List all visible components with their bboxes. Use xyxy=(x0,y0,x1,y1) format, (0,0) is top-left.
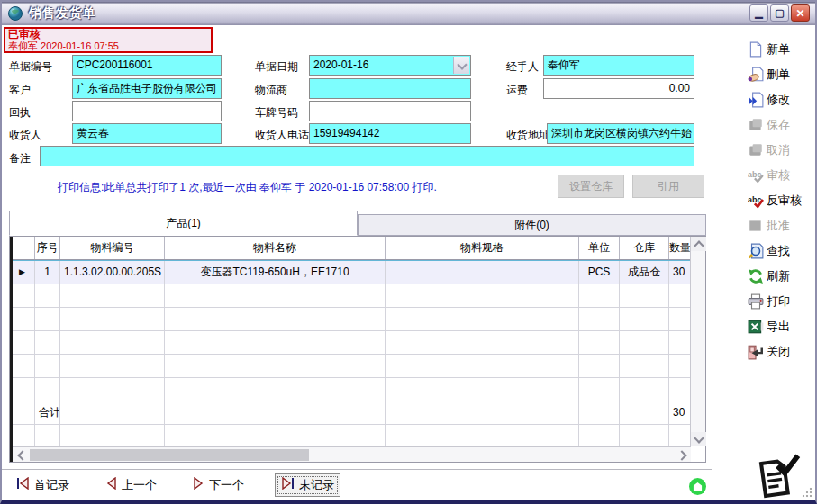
cell-warehouse[interactable]: 成品仓 xyxy=(620,261,669,284)
previous-record-button[interactable]: 上一个 xyxy=(100,473,162,497)
col-qty[interactable]: 数量 xyxy=(669,237,691,259)
approved-stamp-icon xyxy=(750,454,801,504)
export-button[interactable]: 导出 xyxy=(748,315,816,338)
plate-field[interactable] xyxy=(309,101,471,122)
audit-status: 已审核 xyxy=(8,29,208,40)
scrollbar-thumb[interactable] xyxy=(30,449,309,461)
table-row-empty[interactable] xyxy=(10,308,691,331)
printer-icon xyxy=(748,293,764,310)
horizontal-scrollbar[interactable] xyxy=(10,446,691,462)
print-info: 打印信息:此单总共打印了1 次,最近一次由 奉仰军 于 2020-01-16 0… xyxy=(58,180,437,195)
next-record-button[interactable]: 下一个 xyxy=(187,473,250,497)
table-row-selected[interactable]: ▶ 1 1.1.3.02.00.00.205S 变压器TC119-650uH，E… xyxy=(10,260,691,284)
scroll-right-icon[interactable] xyxy=(676,447,691,463)
save-button[interactable]: 保存 xyxy=(748,113,816,137)
audit-button[interactable]: abc 审核 xyxy=(748,164,816,187)
new-button[interactable]: 新单 xyxy=(748,38,816,61)
close-button[interactable]: ✕ xyxy=(791,4,810,22)
unaudit-button[interactable]: abc 反审核 xyxy=(748,189,816,212)
col-item-code[interactable]: 物料编号 xyxy=(60,237,165,259)
unaudit-icon: abc xyxy=(748,193,764,209)
print-button[interactable]: 打印 xyxy=(748,290,816,313)
new-doc-icon xyxy=(748,41,764,58)
table-row-empty[interactable] xyxy=(10,284,691,308)
row-indicator-header xyxy=(10,237,35,259)
modify-button[interactable]: 修改 xyxy=(748,88,816,112)
record-navigation-bar: 首记录 上一个 下一个 末记录 xyxy=(2,469,712,500)
audit-detail: 奉仰军 2020-01-16 07:55 xyxy=(8,40,208,52)
minimize-button[interactable]: ▁ xyxy=(749,4,768,22)
first-record-button[interactable]: 首记录 xyxy=(11,473,75,497)
doc-no-field[interactable]: CPC200116001 xyxy=(72,55,222,76)
refresh-button[interactable]: 刷新 xyxy=(748,265,816,288)
sales-delivery-window: 销售发货单 ▁ ▢ ✕ 已审核 奉仰军 2020-01-16 07:55 单据编… xyxy=(0,0,817,504)
tab-products[interactable]: 产品(1) xyxy=(9,211,358,236)
col-unit[interactable]: 单位 xyxy=(579,237,620,259)
col-warehouse[interactable]: 仓库 xyxy=(620,237,669,259)
home-indicator-icon[interactable] xyxy=(689,478,706,495)
cell-qty[interactable]: 30 xyxy=(669,261,691,284)
table-row-empty[interactable] xyxy=(10,425,691,448)
receipt-field[interactable] xyxy=(72,101,222,122)
vertical-scrollbar[interactable] xyxy=(690,237,705,446)
set-warehouse-button[interactable]: 设置仓库 xyxy=(558,175,624,198)
freight-field[interactable]: 0.00 xyxy=(543,78,694,99)
table-row-empty[interactable] xyxy=(10,355,691,378)
maximize-button[interactable]: ▢ xyxy=(770,4,789,22)
col-item-spec[interactable]: 物料规格 xyxy=(386,237,579,259)
table-row-empty[interactable] xyxy=(10,378,691,401)
approve-button[interactable]: 批准 xyxy=(748,214,816,238)
cancel-icon xyxy=(748,142,764,158)
title-bar[interactable]: 销售发货单 ▁ ▢ ✕ xyxy=(2,2,815,25)
doc-date-field[interactable]: 2020-01-16 xyxy=(309,55,471,76)
modify-icon xyxy=(748,92,764,108)
audit-stamp: 已审核 奉仰军 2020-01-16 07:55 xyxy=(4,27,213,53)
window-title: 销售发货单 xyxy=(29,5,96,22)
last-record-icon xyxy=(281,477,295,492)
date-dropdown-icon[interactable] xyxy=(453,57,469,74)
scroll-down-icon[interactable] xyxy=(691,432,706,446)
table-header-row: 序号 物料编号 物料名称 物料规格 单位 仓库 数量 xyxy=(10,237,691,260)
items-table: 序号 物料编号 物料名称 物料规格 单位 仓库 数量 ▶ 1 1.1.3.02.… xyxy=(9,236,706,463)
scroll-up-icon[interactable] xyxy=(691,237,706,251)
customer-field[interactable]: 广东省品胜电子股份有限公司 xyxy=(72,78,222,99)
cell-item-name[interactable]: 变压器TC119-650uH，EE1710 xyxy=(165,261,386,284)
refresh-icon xyxy=(748,268,764,284)
handler-label: 经手人 xyxy=(506,59,539,75)
close-form-button[interactable]: 关闭 xyxy=(748,340,816,364)
tab-attachments[interactable]: 附件(0) xyxy=(358,214,706,236)
save-icon xyxy=(748,117,764,133)
handler-field[interactable]: 奉仰军 xyxy=(543,55,694,76)
find-button[interactable]: 查找 xyxy=(748,239,816,263)
exit-door-icon xyxy=(748,344,764,360)
table-row-empty[interactable] xyxy=(10,331,691,355)
cell-unit[interactable]: PCS xyxy=(579,261,620,284)
reference-button[interactable]: 引用 xyxy=(632,175,704,198)
remark-field[interactable] xyxy=(40,146,694,166)
cell-item-spec[interactable] xyxy=(386,261,579,284)
consignee-label: 收货人 xyxy=(9,128,41,143)
table-total-row: 合计 30 xyxy=(10,401,691,425)
col-seq[interactable]: 序号 xyxy=(35,237,60,259)
excel-export-icon xyxy=(748,319,764,335)
first-record-icon xyxy=(16,477,30,492)
search-icon xyxy=(748,243,764,259)
logistics-field[interactable] xyxy=(309,78,471,99)
phone-label: 收货人电话 xyxy=(255,128,309,143)
next-record-icon xyxy=(193,477,204,492)
scroll-left-icon[interactable] xyxy=(14,447,29,463)
cell-item-code[interactable]: 1.1.3.02.00.00.205S xyxy=(60,261,165,284)
delete-button[interactable]: 删单 xyxy=(748,63,816,86)
globe-icon xyxy=(7,5,23,22)
delete-doc-icon xyxy=(748,67,764,83)
last-record-button[interactable]: 末记录 xyxy=(275,473,340,497)
cancel-button[interactable]: 取消 xyxy=(748,139,816,162)
total-qty: 30 xyxy=(669,401,691,424)
previous-record-icon xyxy=(105,477,117,492)
consignee-field[interactable]: 黄云春 xyxy=(72,123,222,144)
phone-field[interactable]: 15919494142 xyxy=(309,123,471,144)
cell-seq[interactable]: 1 xyxy=(35,261,60,284)
address-field[interactable]: 深圳市龙岗区横岗镇六约牛始 xyxy=(547,123,694,144)
resize-grip[interactable] xyxy=(802,487,812,498)
col-item-name[interactable]: 物料名称 xyxy=(165,237,386,259)
